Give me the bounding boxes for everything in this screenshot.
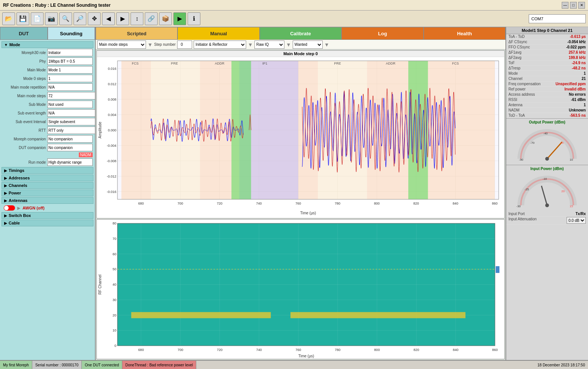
metric-row: ΔTresp-48.2 ns [506, 66, 588, 71]
section-power-label: Power [9, 191, 21, 195]
section-power[interactable]: ▶ Power [2, 190, 93, 196]
sub-mode-select[interactable]: Not used [47, 101, 93, 108]
minimize-button[interactable]: — [562, 2, 568, 9]
mode0-steps-select[interactable]: 1 [47, 75, 93, 82]
status-project-label: My first Moreph [3, 363, 29, 367]
play-button[interactable]: ▶ [173, 12, 186, 25]
sub-event-length-input[interactable] [47, 109, 96, 117]
moreph-companion-select[interactable]: No companion [47, 135, 93, 143]
section-switch-box[interactable]: ▶ Switch Box [2, 212, 93, 219]
section-antennas[interactable]: ▶ Antennas [2, 197, 93, 204]
move-button[interactable]: ✥ [88, 12, 101, 25]
section-timings-label: Timings [9, 168, 24, 173]
main-mode-rep-select[interactable]: N/A [47, 83, 93, 91]
moreph-companion-row: Moreph companion No companion [2, 135, 93, 143]
status-project: My first Moreph [0, 361, 32, 369]
info-button[interactable]: ℹ [188, 12, 200, 25]
doc-button[interactable]: 📄 [31, 12, 44, 25]
right-panel: Model1 Step 0 Channel 21 ToA - ToD-0.613… [505, 27, 588, 360]
input-port-label: Input Port [508, 212, 525, 216]
nav-tab-scripted[interactable]: Scripted [96, 27, 177, 40]
window-title: RF Creations : Ruby : LE Channel Soundin… [3, 3, 111, 8]
metric-value: Invalid dBm [564, 87, 586, 91]
save-button[interactable]: 💾 [17, 12, 29, 25]
status-bar: My first Moreph Serial number : 00000170… [0, 360, 588, 369]
box-button[interactable]: 📦 [159, 12, 172, 25]
phy-row: Phy 1Mbps BT = 0.5 [2, 57, 93, 65]
section-addresses[interactable]: ▶ Addresses [2, 175, 93, 181]
section-addresses-label: Addresses [9, 176, 30, 180]
section-cable-label: Cable [9, 221, 20, 225]
metric-row: Access addressNo errors [506, 92, 588, 97]
metric-label: Access address [508, 92, 535, 96]
metric-value: 21 [582, 77, 586, 81]
main-mode-steps-input[interactable] [47, 92, 96, 99]
step-number-input[interactable] [177, 41, 192, 49]
channels-arrow-icon: ▶ [4, 184, 7, 188]
metric-value: -563.5 ns [570, 113, 586, 117]
sub-mode-label: Sub Mode [2, 102, 47, 107]
main-mode-select[interactable]: Mode 1 [47, 66, 93, 74]
nav-tab-log[interactable]: Log [341, 27, 423, 40]
mode-steps-select[interactable]: Main mode steps [97, 41, 146, 49]
svg-line-0 [547, 142, 562, 159]
metric-label: ΔTresp [508, 66, 520, 70]
camera-button[interactable]: 📷 [45, 12, 58, 25]
metric-label: Channel [508, 77, 522, 81]
nav-tab-calibrate[interactable]: Calibrate [260, 27, 341, 40]
main-mode-label: Main Mode [2, 68, 47, 72]
open-button[interactable]: 📂 [2, 12, 15, 25]
antennas-arrow-icon: ▶ [4, 199, 7, 203]
charts-area: Main Mode step 0 [96, 50, 505, 360]
phy-label: Phy [2, 59, 47, 63]
nadm-row: NADM [2, 152, 93, 157]
awgn-label: AWGN (off) [23, 206, 45, 210]
prev-button[interactable]: ◀ [102, 12, 115, 25]
link-button[interactable]: 🔗 [145, 12, 158, 25]
close-button[interactable]: ✕ [578, 2, 585, 9]
nav-tab-health[interactable]: Health [424, 27, 505, 40]
section-mode[interactable]: ▼ Mode [2, 41, 93, 48]
maximize-button[interactable]: □ [570, 2, 577, 9]
nav-tabs: Scripted Manual Calibrate Log Health [96, 27, 505, 40]
run-mode-select[interactable]: High dynamic range [47, 158, 93, 166]
next-button[interactable]: ▶ [116, 12, 129, 25]
timings-arrow-icon: ▶ [4, 169, 7, 173]
sub-event-interval-input[interactable] [47, 118, 96, 125]
awgn-toggle[interactable] [4, 205, 15, 211]
wanted-arrow-icon: ▼ [324, 42, 329, 48]
fit-button[interactable]: ↕ [131, 12, 143, 25]
metric-label: FFO CSsync [508, 45, 530, 49]
main-mode-steps-row: Main mode steps [2, 92, 93, 99]
tab-sounding[interactable]: Sounding [48, 27, 95, 40]
atten-select[interactable]: 0.0 dB [567, 217, 586, 224]
phy-select[interactable]: 1Mbps BT = 0.5 [47, 57, 93, 65]
addresses-arrow-icon: ▶ [4, 176, 7, 180]
metric-label: RSSI [508, 98, 517, 102]
initiator-reflector-select[interactable]: Initiator & Reflector [194, 41, 246, 49]
zoom-out-button[interactable]: 🔎 [74, 12, 86, 25]
moreph-role-select[interactable]: Initiator [47, 49, 93, 56]
svg-text:10: 10 [570, 158, 573, 161]
wanted-select[interactable]: Wanted [293, 41, 323, 49]
titlebar: RF Creations : Ruby : LE Channel Soundin… [0, 0, 588, 11]
top-chart: Main Mode step 0 [96, 50, 505, 218]
com-port-input[interactable]: COM7 [529, 14, 586, 23]
amplitude-plot [97, 57, 504, 216]
rtt-input[interactable] [47, 127, 96, 134]
sub-toolbar: Main mode steps ▼ Step number Initiator … [96, 40, 505, 50]
dut-companion-select[interactable]: No companion [47, 144, 93, 151]
zoom-in-button[interactable]: 🔍 [59, 12, 72, 25]
section-timings[interactable]: ▶ Timings [2, 167, 93, 174]
center-panel: Scripted Manual Calibrate Log Health Mai… [96, 27, 505, 360]
svg-text:-10: -10 [543, 177, 547, 181]
tab-dut[interactable]: DUT [0, 27, 48, 40]
dut-companion-row: DUT companion No companion [2, 144, 93, 151]
section-cable[interactable]: ▶ Cable [2, 220, 93, 226]
svg-point-8 [545, 203, 549, 207]
moreph-role-row: Moreph30 role Initiator [2, 49, 93, 56]
section-channels[interactable]: ▶ Channels [2, 182, 93, 189]
section-mode-label: Mode [9, 42, 20, 47]
raw-iq-select[interactable]: Raw IQ [254, 41, 284, 49]
nav-tab-manual[interactable]: Manual [177, 27, 259, 40]
